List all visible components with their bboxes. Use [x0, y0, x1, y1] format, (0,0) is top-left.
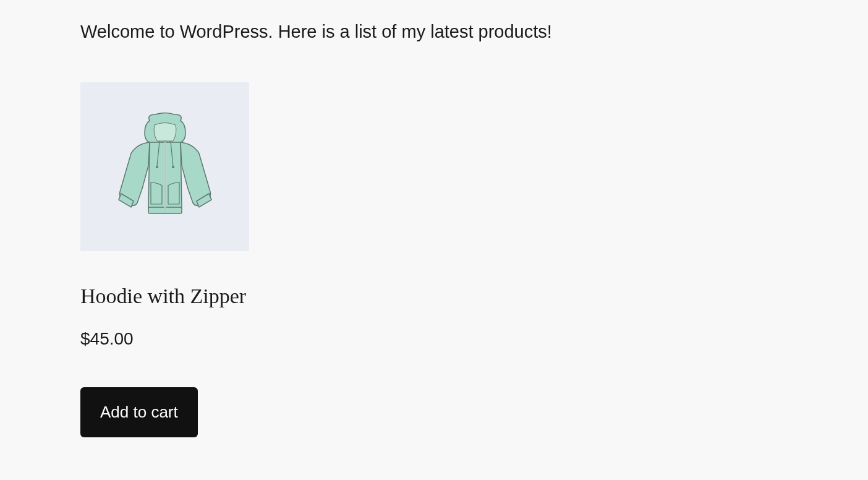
product-title[interactable]: Hoodie with Zipper	[80, 282, 249, 311]
add-to-cart-button[interactable]: Add to cart	[80, 387, 198, 437]
product-card: Hoodie with Zipper $45.00 Add to cart	[80, 82, 249, 437]
hoodie-icon	[113, 111, 218, 223]
svg-point-4	[172, 166, 174, 168]
svg-point-3	[156, 166, 158, 168]
intro-text: Welcome to WordPress. Here is a list of …	[80, 22, 788, 42]
product-image-link[interactable]	[80, 82, 249, 251]
product-price: $45.00	[80, 329, 249, 349]
